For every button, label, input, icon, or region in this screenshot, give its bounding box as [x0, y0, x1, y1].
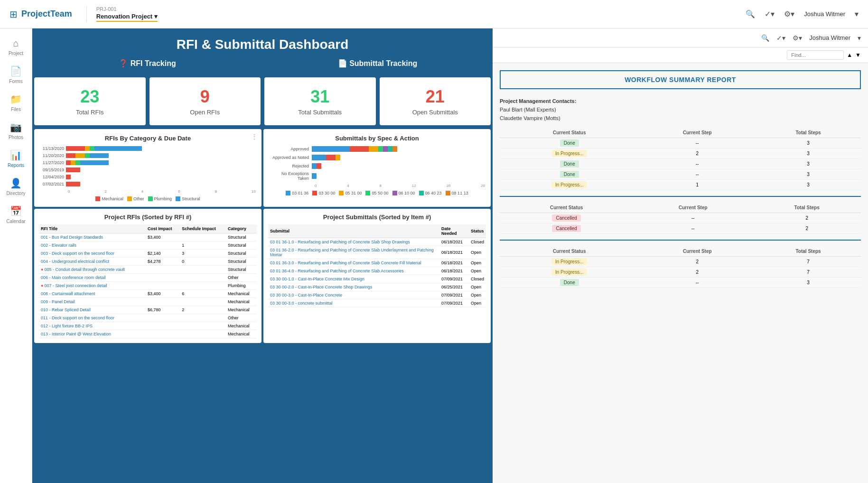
submittal-link[interactable]: 03 30 00-3.0 - Cast-In-Place Concrete: [270, 293, 342, 297]
submittal-title-cell: 03 01 36-1.0 - Resurfacing and Patching …: [268, 238, 439, 246]
rfi-link[interactable]: 003 - Deck support on the second floor: [41, 251, 114, 256]
rfi-title-cell: 008 - Curtainwall attachment: [39, 290, 146, 298]
sidebar-item-photos[interactable]: 📷 Photos: [0, 117, 32, 145]
total-steps-cell: 3: [756, 149, 861, 159]
sidebar-item-reports[interactable]: 📊 Reports: [0, 145, 32, 173]
table-row: 004 - Underground electrical conflict$4,…: [39, 258, 257, 266]
bar-area: [66, 181, 256, 187]
submittal-legend-dot: [419, 191, 424, 195]
sidebar-item-label-directory: Directory: [6, 191, 25, 196]
bar-area: [66, 160, 256, 166]
right-settings-icon[interactable]: ⚙▾: [793, 34, 802, 42]
bar-segment-other: [71, 160, 75, 165]
right-top-bar: 🔍 ✓▾ ⚙▾ Joshua Witmer ▾: [493, 28, 868, 47]
sidebar-item-directory[interactable]: 👤 Directory: [0, 173, 32, 201]
right-check-icon[interactable]: ✓▾: [776, 34, 785, 42]
submittal-bar-label: Approved: [269, 147, 312, 151]
wf3-col-status: Current Status: [500, 246, 639, 257]
user-menu[interactable]: Joshua Witmer: [804, 10, 845, 18]
submittal-link[interactable]: 03 01 36-2.0 - Resurfacing and Patching …: [270, 248, 434, 257]
status-badge: Done: [500, 278, 639, 288]
tables-row: Project RFIs (Sorted by RFI #) RFI Title…: [34, 209, 491, 343]
status-cell: Open: [469, 246, 486, 259]
rfi-link[interactable]: 008 - Curtainwall attachment: [41, 291, 95, 296]
bar-segment-mechanical: [66, 175, 71, 179]
table-row: 008 - Curtainwall attachment$3,4006Mecha…: [39, 290, 257, 298]
right-search-icon[interactable]: 🔍: [761, 34, 769, 42]
col-rfi-title: RFI Title: [39, 224, 146, 233]
rfi-title-cell: 011 - Deck support on the second floor: [39, 314, 146, 322]
rfi-link[interactable]: 010 - Rebar Spliced Detail: [41, 307, 91, 312]
sidebar-item-label-reports: Reports: [8, 163, 24, 168]
rfi-chart-menu-icon[interactable]: ⋮: [251, 133, 258, 140]
table-row: 03 01 36-2.0 - Resurfacing and Patching …: [268, 246, 486, 259]
category-cell: Structural: [226, 258, 257, 266]
sidebar-item-files[interactable]: 📁 Files: [0, 89, 32, 117]
submittal-link[interactable]: 03 30 00-2.0 - Cast-In-Place Concrete Sh…: [270, 285, 373, 289]
sidebar-item-forms[interactable]: 📄 Forms: [0, 61, 32, 89]
legend-other-dot: [127, 196, 132, 201]
table-row: 010 - Rebar Spliced Detail$6,7802Mechani…: [39, 306, 257, 314]
check-icon[interactable]: ✓▾: [765, 9, 775, 19]
project-name[interactable]: Renovation Project ▾: [96, 13, 158, 22]
submittal-legend-item: 05 50 00: [365, 191, 388, 195]
contact-2: Claudette Vampire (Motts): [500, 115, 560, 121]
rfi-link[interactable]: 012 - Light fixture BB-2 IPS: [41, 324, 93, 328]
current-step-cell: --: [633, 213, 753, 223]
settings-icon[interactable]: ⚙▾: [784, 9, 794, 19]
total-steps-cell: 3: [756, 180, 861, 190]
submittal-bar-segment: [312, 146, 350, 152]
submittal-title-cell: 03 01 36-4.0 - Resurfacing and Patching …: [268, 267, 439, 275]
rfi-link[interactable]: 004 - Underground electrical conflict: [41, 259, 109, 264]
workflow-row: In Progress...27: [500, 257, 861, 267]
right-panel: 🔍 ✓▾ ⚙▾ Joshua Witmer ▾ ▲ ▼ WORKFLOW SUM…: [493, 28, 868, 483]
right-user-menu[interactable]: Joshua Witmer: [809, 34, 850, 41]
table-row: 03 01 36-1.0 - Resurfacing and Patching …: [268, 238, 486, 246]
rfi-link[interactable]: 005 - Conduit detail through concrete va…: [44, 267, 125, 272]
status-cell: Open: [469, 267, 486, 275]
rfi-link[interactable]: 006 - Main conference room detail: [41, 275, 106, 280]
section-divider-1: [500, 196, 861, 197]
rfi-bar-row: 11/27/2020: [40, 160, 256, 166]
rfi-title-cell: 003 - Deck support on the second floor: [39, 250, 146, 258]
submittal-link[interactable]: 03 01 36-1.0 - Resurfacing and Patching …: [270, 240, 410, 244]
submittal-link[interactable]: 03 01 36-3.0 - Resurfacing and Patching …: [270, 260, 421, 265]
find-down-icon[interactable]: ▼: [855, 52, 861, 58]
wf-col-total: Total Steps: [756, 128, 861, 138]
submittal-bar-segment: [326, 155, 336, 160]
dashboard-header: RFI & Submittal Dashboard ❓ RFI Tracking…: [32, 28, 493, 75]
rfi-link[interactable]: 013 - Interior Paint @ West Elevation: [41, 332, 111, 336]
search-icon[interactable]: 🔍: [746, 9, 755, 19]
rfi-chart-title: RFIs By Category & Due Date: [40, 135, 256, 142]
rfi-link[interactable]: 002 - Elevator rails: [41, 243, 76, 248]
schedule-cell: [180, 282, 226, 290]
bar-area: [66, 174, 256, 180]
total-steps-cell: 2: [753, 213, 861, 223]
find-up-icon[interactable]: ▲: [847, 52, 852, 58]
submittal-link[interactable]: 03 30 00-1.0 - Cast-In-Place Concrete Mi…: [270, 277, 364, 281]
table-row: 03 30 00-3.0 - concrete submittal07/09/2…: [268, 299, 486, 307]
sidebar-item-project[interactable]: ⌂ Project: [0, 33, 32, 61]
right-user-chevron-icon[interactable]: ▾: [858, 34, 861, 42]
submittal-chart-title: Submittals by Spec & Action: [269, 135, 485, 142]
submittal-link[interactable]: 03 01 36-4.0 - Resurfacing and Patching …: [270, 269, 404, 273]
rfi-link[interactable]: 011 - Deck support on the second floor: [41, 316, 114, 320]
bar-segment-structural: [94, 146, 142, 151]
submittal-bar-segment: [336, 155, 340, 160]
rfi-table-header: RFI Title Cost Impact Schedule Impact Ca…: [39, 224, 257, 233]
contact-1: Paul Blart (Mall Experts): [500, 107, 556, 112]
rfi-link[interactable]: 009 - Panel Detail: [41, 299, 75, 304]
current-step-cell: --: [639, 169, 756, 180]
user-chevron-icon[interactable]: ▾: [855, 9, 859, 19]
submittal-legend-dot: [339, 191, 344, 195]
submittal-link[interactable]: 03 30 00-3.0 - concrete submittal: [270, 301, 333, 306]
photos-icon: 📷: [10, 121, 22, 133]
rfi-link[interactable]: 007 - Steel joist connection detail: [44, 283, 107, 288]
submittal-legend-item: 03 30 00: [312, 191, 335, 195]
schedule-cell: [180, 266, 226, 274]
rfi-link[interactable]: 001 - Bus Pad Design Standards: [41, 235, 103, 240]
open-rfis-label: Open RFIs: [154, 109, 256, 116]
find-input[interactable]: [787, 50, 844, 60]
sidebar-item-calendar[interactable]: 📅 Calendar: [0, 201, 32, 229]
date-needed-cell: 07/09/2021: [439, 275, 469, 283]
